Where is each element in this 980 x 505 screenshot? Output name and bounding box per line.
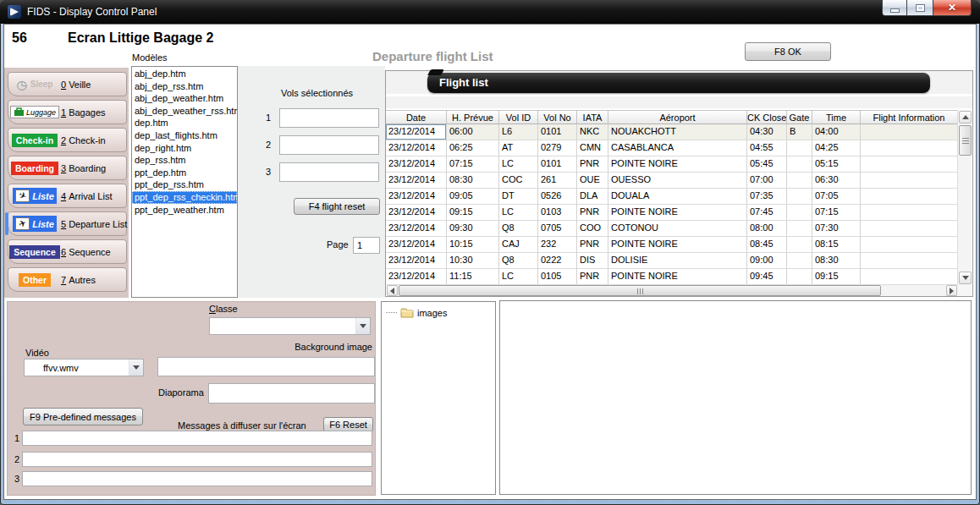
classe-dropdown[interactable] <box>209 317 371 335</box>
model-item[interactable]: ppt_dep.htm <box>132 167 237 179</box>
folder-icon <box>400 307 414 318</box>
flight-cell <box>861 221 958 237</box>
sidebar-item-arrival-list[interactable]: ✈Liste4Arrival List <box>8 184 127 208</box>
chevron-down-icon <box>360 324 366 328</box>
message-2-label: 2 <box>14 454 19 464</box>
scroll-right-button[interactable] <box>946 285 957 296</box>
flight-cell: COO <box>577 221 608 237</box>
flight-cell: 23/12/2014 <box>386 205 447 221</box>
column-header[interactable]: IATA <box>577 110 608 124</box>
flight-cell: 08:30 <box>447 173 499 189</box>
sidebar-item-autres[interactable]: Other7Autres <box>8 267 127 292</box>
scroll-up-button[interactable] <box>959 111 972 124</box>
flight-row[interactable]: 23/12/201410:30Q80222DISDOLISIE09:0008:3… <box>386 253 958 269</box>
flight-row[interactable]: 23/12/201408:30COC261OUEOUESSO07:0006:30 <box>386 173 958 189</box>
f9-predefined-messages-button[interactable]: F9 Pre-defined messages <box>23 408 143 425</box>
sidebar-item-departure-list[interactable]: ✈Liste5Departure List <box>8 211 127 236</box>
page-input[interactable] <box>353 237 380 254</box>
model-item[interactable]: abj_dep_rss.htm <box>132 80 237 93</box>
f8-ok-button[interactable]: F8 OK <box>745 42 831 61</box>
flight-cell <box>787 237 812 253</box>
flight-cell: AT <box>499 140 538 156</box>
sleep-badge: ◷Sleep <box>17 79 53 91</box>
flight-row[interactable]: 23/12/201411:15LC0105PNRPOINTE NOIRE09:4… <box>386 269 958 285</box>
video-dropdown-arrow[interactable] <box>129 360 143 376</box>
message-3-label: 3 <box>14 474 19 484</box>
vertical-scroll-thumb[interactable] <box>959 125 972 156</box>
tree-connector <box>386 312 397 313</box>
column-header[interactable]: Time <box>812 110 861 124</box>
horizontal-scroll-thumb[interactable] <box>399 285 881 296</box>
scroll-left-button[interactable] <box>387 285 398 296</box>
flight-cell: 06:30 <box>812 173 861 189</box>
model-item[interactable]: ppt_dep_weather.htm <box>132 204 237 217</box>
column-header[interactable]: CK Close <box>747 110 787 124</box>
f4-flight-reset-button[interactable]: F4 flight reset <box>294 198 380 215</box>
message-1-input[interactable] <box>22 431 372 446</box>
luggage-badge: Luggage <box>10 106 59 118</box>
classe-dropdown-arrow[interactable] <box>355 318 370 334</box>
flight-cell: 0279 <box>538 140 577 156</box>
column-header[interactable]: Vol ID <box>499 110 538 124</box>
model-item[interactable]: ppt_dep_rss_checkin.htm <box>132 191 237 204</box>
tree-node-label: images <box>417 308 447 318</box>
sidebar-item-check-in[interactable]: Check-in2Check-in <box>8 128 127 152</box>
column-header[interactable]: H. Prévue <box>447 110 499 124</box>
model-item[interactable]: dep.htm <box>132 117 237 129</box>
scroll-down-button[interactable] <box>959 272 972 284</box>
flight-row[interactable]: 23/12/201409:05DT0526DLADOUALA07:3507:05 <box>386 189 958 205</box>
model-item[interactable]: dep_right.htm <box>132 142 237 155</box>
tree-node-images[interactable]: images <box>382 302 495 318</box>
maximize-button[interactable] <box>907 0 933 16</box>
column-header[interactable]: Vol No <box>538 110 577 124</box>
close-button[interactable]: ✕ <box>933 0 972 16</box>
column-header[interactable]: Date <box>386 110 447 124</box>
flight-cell: CAJ <box>499 237 538 253</box>
scrollbar-corner <box>957 285 972 296</box>
flight-cell: DOUALA <box>608 189 747 205</box>
sidebar-item-boarding[interactable]: Boarding3Boarding <box>8 156 127 180</box>
flight-slot-3-label: 3 <box>266 167 271 177</box>
flight-slot-2-input[interactable] <box>279 135 379 155</box>
models-listbox[interactable]: abj_dep.htmabj_dep_rss.htmabj_dep_weathe… <box>131 66 238 298</box>
message-3-input[interactable] <box>22 471 372 486</box>
video-dropdown[interactable]: ffvv.wmv <box>24 359 144 376</box>
horizontal-scrollbar[interactable] <box>387 284 957 296</box>
model-item[interactable]: ppt_dep_rss.htm <box>132 178 237 191</box>
vertical-scrollbar[interactable] <box>957 110 972 285</box>
flight-cell <box>787 173 812 189</box>
diaporama-input[interactable] <box>208 383 375 403</box>
background-image-input[interactable] <box>157 357 375 376</box>
model-item[interactable]: dep_rss.htm <box>132 154 237 167</box>
titlebar[interactable]: FIDS - Display Control Panel ✕ <box>0 0 980 24</box>
flight-cell <box>861 269 958 285</box>
model-item[interactable]: abj_dep.htm <box>132 68 237 80</box>
model-item[interactable]: abj_dep_weather.htm <box>132 92 237 105</box>
sidebar-item-veille[interactable]: ◷Sleep0Veille <box>8 72 127 96</box>
message-2-input[interactable] <box>22 452 372 467</box>
flight-cell: COC <box>499 173 538 189</box>
column-header[interactable]: Aéroport <box>608 110 747 124</box>
badge-departure-list: ✈Liste <box>8 216 61 232</box>
flight-row[interactable]: 23/12/201409:30Q80705COOCOTONOU08:0007:3… <box>386 221 958 237</box>
sidebar-item-bagages[interactable]: Luggage1Bagages <box>8 100 127 124</box>
flight-cell <box>861 237 958 253</box>
column-header[interactable]: Gate <box>787 110 812 124</box>
flight-cell: 09:30 <box>447 221 499 237</box>
flight-row[interactable]: 23/12/201406:25AT0279CMNCASABLANCA04:550… <box>386 140 958 156</box>
flight-row[interactable]: 23/12/201409:15LC0103PNRPOINTE NOIRE07:4… <box>386 205 958 221</box>
flight-row[interactable]: 23/12/201407:15LC0101PNRPOINTE NOIRE05:4… <box>386 156 958 173</box>
model-item[interactable]: dep_last_flights.htm <box>132 129 237 142</box>
flight-cell: 0526 <box>538 189 577 205</box>
flight-cell <box>787 205 812 221</box>
flight-slot-3-input[interactable] <box>279 162 379 182</box>
flight-row[interactable]: 23/12/201410:15CAJ232PNRPOINTE NOIRE08:4… <box>386 237 958 253</box>
flight-row[interactable]: 23/12/201406:00L60101NKCNOUAKCHOTT04:30B… <box>386 124 958 140</box>
model-item[interactable]: abj_dep_weather_rss.htm <box>132 105 237 118</box>
flight-cell: 07:45 <box>747 205 787 221</box>
minimize-button[interactable] <box>882 0 907 16</box>
column-header[interactable]: Flight Information <box>861 110 958 124</box>
flight-slot-1-input[interactable] <box>279 108 379 128</box>
flight-cell: 04:55 <box>747 140 787 156</box>
sidebar-item-sequence[interactable]: Sequence6Sequence <box>8 239 127 264</box>
